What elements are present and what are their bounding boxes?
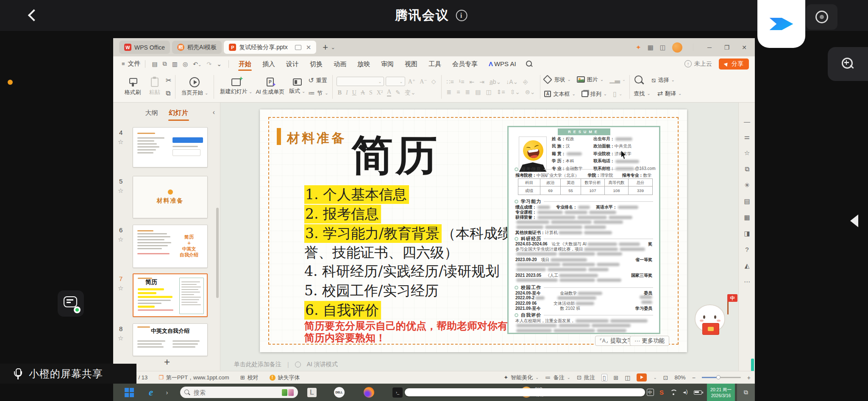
- find-button[interactable]: 查找 ⌄: [634, 88, 650, 99]
- close-button[interactable]: ✕: [739, 44, 750, 51]
- star-icon[interactable]: ☆: [118, 187, 123, 195]
- print-icon[interactable]: ▥: [172, 61, 178, 67]
- menu-design[interactable]: 设计: [281, 56, 304, 71]
- tab-slides[interactable]: 幻灯片: [169, 109, 188, 117]
- strike-button[interactable]: A: [361, 89, 365, 96]
- ime-language-icon[interactable]: 中: [645, 384, 656, 401]
- tab-list-caret-icon[interactable]: ⌄: [331, 44, 335, 50]
- terminal-icon[interactable]: ›_: [390, 384, 405, 401]
- decrease-font-icon[interactable]: A⁻: [420, 78, 427, 85]
- output-icon[interactable]: ⧉: [163, 60, 167, 67]
- play-from-current-button[interactable]: 当页开始 ⌄: [179, 74, 210, 100]
- ai-assistant-button[interactable]: [58, 290, 84, 317]
- comment-panel-icon[interactable]: ◭: [739, 262, 755, 270]
- align-right-icon[interactable]: ≣: [465, 89, 470, 95]
- section-button[interactable]: ≔节 ⌄: [308, 88, 328, 99]
- columns-icon[interactable]: ◫: [486, 89, 491, 95]
- redo-icon[interactable]: ↷: [206, 61, 211, 67]
- more-functions-button[interactable]: ··· 更多功能: [630, 336, 669, 346]
- clear-format-icon[interactable]: ◇: [431, 78, 436, 85]
- indent-icon[interactable]: ⇥: [479, 78, 484, 85]
- collapse-sidebar-icon[interactable]: —: [739, 118, 755, 125]
- start-button[interactable]: [121, 384, 138, 401]
- increase-font-icon[interactable]: A⁺: [408, 78, 416, 85]
- notes-bar[interactable]: 单击此处添加备注 | AI 演讲模式: [220, 358, 738, 371]
- new-slide-button[interactable]: 新建幻灯片 ⌄: [218, 74, 254, 100]
- cloud-status[interactable]: ↑ 未上云: [684, 60, 712, 68]
- tab-outline[interactable]: 大纲: [145, 109, 158, 117]
- normal-view-icon[interactable]: ▯: [601, 374, 607, 382]
- zoom-slider-handle[interactable]: [716, 375, 721, 379]
- proofread-button[interactable]: ⊞ 校对: [240, 374, 259, 382]
- template-icon[interactable]: ▤: [739, 198, 755, 205]
- star-favorites-icon[interactable]: ☆: [739, 149, 755, 157]
- file-explorer-icon[interactable]: L: [305, 384, 319, 401]
- align-center-icon[interactable]: ≡: [456, 89, 460, 95]
- smart-beautify-button[interactable]: ✦智能美化⌄: [504, 374, 539, 382]
- bullets-icon[interactable]: ∷≡: [447, 78, 454, 85]
- resume-image[interactable]: RESUME 姓 名：程政 民 族：汉 籍 贯： 学 历：本科: [507, 126, 660, 334]
- text-align-vertical-icon[interactable]: ⊜⌄: [525, 89, 535, 95]
- menu-member[interactable]: 会员专享: [447, 56, 483, 71]
- new-tab-button[interactable]: +: [323, 42, 328, 53]
- align-left-icon[interactable]: ≣: [447, 89, 452, 95]
- font-color-button[interactable]: A: [387, 89, 391, 97]
- tab-current-pptx[interactable]: P 复试经验分享.pptx ✕: [224, 41, 316, 54]
- more-actions-caret-icon[interactable]: ⌄: [217, 61, 222, 67]
- workspace-icon[interactable]: ▦: [648, 44, 654, 51]
- user-avatar[interactable]: [672, 42, 682, 53]
- menu-review[interactable]: 审阅: [376, 56, 399, 71]
- star-icon[interactable]: ☆: [118, 284, 123, 292]
- copy-button[interactable]: ⧉: [166, 88, 171, 99]
- notes-button[interactable]: ≔备注⌄: [545, 374, 570, 382]
- save-icon[interactable]: ▤: [152, 61, 158, 67]
- select-button[interactable]: ⧅选择 ⌄: [651, 75, 675, 86]
- firefox-icon[interactable]: [362, 384, 376, 401]
- add-slide-button[interactable]: +: [164, 356, 170, 368]
- back-icon[interactable]: [26, 9, 39, 22]
- zoom-level[interactable]: 80%: [675, 374, 686, 381]
- tab-wps-office[interactable]: W WPS Office: [119, 41, 170, 54]
- properties-icon[interactable]: ⚌: [739, 133, 755, 141]
- sogou-icon[interactable]: S: [657, 384, 667, 401]
- taskbar-clock[interactable]: 20:21 周一 2026/3/16: [707, 384, 735, 401]
- magnify-button[interactable]: [828, 47, 868, 81]
- reference-search-icon[interactable]: ◨: [739, 230, 755, 237]
- help-icon[interactable]: ?: [739, 246, 755, 253]
- star-icon[interactable]: ☆: [118, 236, 123, 243]
- numbering-icon[interactable]: ¹≡: [459, 78, 465, 85]
- taskbar-search[interactable]: [180, 387, 298, 398]
- zoom-out-icon[interactable]: −: [692, 374, 696, 381]
- message-icon[interactable]: ◫: [660, 44, 666, 51]
- thumbnail-slide-7-selected[interactable]: 简历: [133, 273, 208, 317]
- menu-slideshow[interactable]: 放映: [352, 56, 376, 71]
- underline-button[interactable]: U: [352, 89, 356, 96]
- menu-transition[interactable]: 切换: [304, 56, 328, 71]
- char-border-icon[interactable]: a̲b⌄: [490, 78, 501, 85]
- translate-button[interactable]: ⇄翻译 ⌄: [657, 88, 682, 99]
- menu-home[interactable]: 开始: [233, 56, 257, 71]
- chart-button[interactable]: ▁▃⌄: [609, 74, 626, 85]
- textbox-button[interactable]: A文本框 ⌄: [544, 89, 575, 100]
- outdent-icon[interactable]: ⇤: [469, 78, 474, 85]
- share-button[interactable]: 分享: [719, 58, 749, 70]
- thumbnail-slide-5[interactable]: 材料准备: [133, 176, 208, 218]
- ie-browser-icon[interactable]: e: [144, 384, 158, 401]
- menu-animation[interactable]: 动画: [328, 56, 352, 71]
- panel-scrollbar[interactable]: [216, 208, 219, 298]
- font-family-select[interactable]: ⌄: [337, 77, 384, 86]
- thumbnail-slide-8[interactable]: 中英文自我介绍: [133, 323, 208, 356]
- shadow-button[interactable]: S: [369, 89, 373, 96]
- menu-insert[interactable]: 插入: [257, 56, 281, 71]
- paste-button[interactable]: 粘贴: [144, 74, 166, 100]
- fit-window-icon[interactable]: ⊡: [663, 374, 668, 381]
- wordart-icon[interactable]: 变⌄: [405, 89, 416, 97]
- more-sidebar-icon[interactable]: ⋯: [739, 278, 755, 286]
- template-credit[interactable]: ❐ 第一PPT，www.1ppt.com: [159, 374, 229, 382]
- collapse-panel-arrow[interactable]: [850, 214, 858, 227]
- undo-icon[interactable]: ↶⌄: [193, 61, 201, 67]
- print-preview-icon[interactable]: ◎: [183, 61, 188, 67]
- format-painter-button[interactable]: 格式刷: [122, 74, 144, 100]
- battery-icon[interactable]: [691, 384, 704, 401]
- skin-icon[interactable]: ✦: [636, 44, 641, 51]
